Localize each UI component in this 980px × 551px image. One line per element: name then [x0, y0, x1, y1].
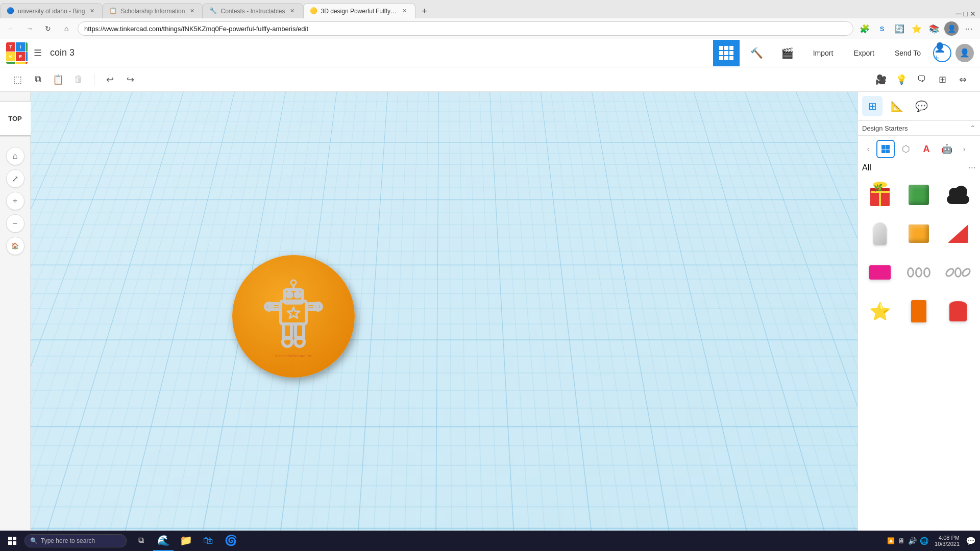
- text-a-icon: A: [923, 144, 930, 155]
- shape-magenta-box[interactable]: [862, 255, 898, 290]
- shape-chain-2[interactable]: [940, 255, 976, 290]
- home-button[interactable]: ⌂: [59, 21, 74, 36]
- paste-button[interactable]: 📋: [49, 70, 67, 89]
- volume-icon[interactable]: 🔊: [908, 537, 917, 545]
- tab-close-btn[interactable]: ✕: [188, 7, 196, 15]
- user-avatar[interactable]: 👤: [955, 44, 974, 62]
- forward-button[interactable]: →: [22, 21, 37, 36]
- file-explorer-app[interactable]: 📁: [176, 531, 196, 551]
- tab-close-btn[interactable]: ✕: [288, 7, 297, 15]
- camera-icon-btn[interactable]: 🎥: [872, 70, 890, 89]
- extensions-icon[interactable]: 🧩: [857, 21, 872, 36]
- light-icon-btn[interactable]: 💡: [892, 70, 911, 89]
- maximize-btn[interactable]: □: [964, 10, 968, 18]
- shape-cloud-dark[interactable]: [940, 177, 976, 213]
- category-text-button[interactable]: A: [917, 140, 936, 158]
- red-wedge-img: [946, 221, 970, 246]
- tray-chevron-icon[interactable]: 🔼: [887, 537, 895, 544]
- ruler-panel-button[interactable]: 📐: [887, 96, 907, 116]
- shape-orange-prism[interactable]: [901, 293, 937, 329]
- film-button[interactable]: 🎬: [774, 40, 801, 66]
- perspective-button[interactable]: 🏠: [6, 237, 24, 255]
- category-next-button[interactable]: ›: [958, 143, 970, 155]
- notes-panel-button[interactable]: 💬: [911, 96, 932, 116]
- edge-browser-app[interactable]: 🌊: [153, 531, 174, 551]
- store-app[interactable]: 🛍: [198, 531, 218, 551]
- tab-tinkercad[interactable]: 🟡 3D design Powerful Fulffy-Ambe... ✕: [303, 3, 415, 18]
- more-icon[interactable]: ···: [962, 21, 976, 36]
- logo-d: D: [26, 62, 28, 64]
- tab-label: 3D design Powerful Fulffy-Ambe...: [321, 8, 398, 15]
- tab-close-btn[interactable]: ✕: [401, 7, 409, 15]
- shape-cube-green[interactable]: [901, 177, 937, 213]
- back-button[interactable]: ←: [4, 21, 18, 36]
- hamburger-menu-icon[interactable]: ☰: [34, 47, 42, 59]
- notes-icon-btn[interactable]: 🗨: [913, 70, 931, 89]
- zoom-fit-button[interactable]: ⤢: [6, 169, 24, 188]
- copy-button[interactable]: ⧉: [29, 70, 47, 89]
- favorites-icon[interactable]: ⭐: [910, 21, 924, 36]
- tab-close-btn[interactable]: ✕: [88, 7, 96, 15]
- mirror-icon-btn[interactable]: ⇔: [953, 70, 972, 89]
- zoom-out-button[interactable]: −: [6, 214, 24, 233]
- home-view-button[interactable]: ⌂: [6, 147, 24, 165]
- export-button[interactable]: Export: [845, 44, 882, 62]
- shapes-panel-button[interactable]: ⊞: [862, 96, 883, 116]
- tab-bing[interactable]: 🔵 university of idaho - Bing ✕: [0, 3, 103, 18]
- redo-button[interactable]: ↪: [121, 70, 139, 89]
- shape-chain-1[interactable]: [901, 255, 937, 290]
- zoom-in-button[interactable]: +: [6, 192, 24, 210]
- network-icon[interactable]: 🌐: [920, 537, 928, 545]
- monitor-icon[interactable]: 🖥: [898, 537, 905, 545]
- profile-avatar[interactable]: 👤: [944, 21, 959, 36]
- coin-object[interactable]: instructables.me inc: [232, 255, 355, 388]
- tab-scholarship[interactable]: 📋 Scholarship Information ✕: [103, 3, 203, 18]
- grid-view-button[interactable]: [713, 40, 740, 66]
- svg-marker-5: [287, 307, 300, 318]
- shape-gold-box[interactable]: [901, 216, 937, 252]
- browser2-app[interactable]: 🌀: [220, 531, 241, 551]
- align-icon-btn[interactable]: ⊞: [933, 70, 951, 89]
- shape-red-wedge[interactable]: [940, 216, 976, 252]
- logo-k: K: [6, 52, 15, 61]
- sync-icon[interactable]: 🔄: [892, 21, 906, 36]
- canvas-area[interactable]: instructables.me inc Edit Grid Snap Grid…: [31, 92, 857, 551]
- shape-star[interactable]: ⭐: [862, 293, 898, 329]
- design-starters-dropdown[interactable]: Design Starters ⌃: [858, 121, 980, 136]
- collections-icon[interactable]: 📚: [927, 21, 941, 36]
- taskbar-search-bar[interactable]: 🔍 Type here to search: [24, 534, 127, 547]
- shape-gift[interactable]: 🌿: [862, 177, 898, 213]
- grid-icon: [719, 46, 733, 60]
- category-grid-button[interactable]: [876, 140, 895, 158]
- header-right: 🔨 🎬 Import Export Send To 👤+ 👤: [713, 40, 974, 66]
- group-button[interactable]: ⬚: [8, 70, 27, 89]
- task-view-button[interactable]: ⧉: [131, 531, 151, 551]
- tab-instructables[interactable]: 🔧 Contests - Instructables ✕: [203, 3, 303, 18]
- project-name[interactable]: coin 3: [50, 47, 707, 58]
- delete-button[interactable]: 🗑: [69, 70, 88, 89]
- shapes-more-icon[interactable]: ···: [968, 162, 976, 173]
- category-prev-button[interactable]: ‹: [862, 143, 874, 155]
- shape-red-cylinder[interactable]: [940, 293, 976, 329]
- start-button[interactable]: [0, 531, 24, 551]
- import-button[interactable]: Import: [805, 44, 842, 62]
- category-robot-button[interactable]: 🤖: [938, 140, 956, 158]
- refresh-button[interactable]: ↻: [41, 21, 55, 36]
- tc-logo: T I N K E R C A D: [6, 42, 28, 64]
- category-hex-button[interactable]: ⬡: [897, 140, 915, 158]
- notification-icon[interactable]: 💬: [966, 536, 976, 546]
- copy-icon: ⧉: [35, 74, 41, 85]
- add-user-button[interactable]: 👤+: [933, 44, 951, 62]
- robot-design: instructables.me inc: [248, 270, 339, 362]
- undo-button[interactable]: ↩: [101, 70, 119, 89]
- send-to-button[interactable]: Send To: [887, 44, 929, 62]
- address-bar[interactable]: https://www.tinkercad.com/things/fNK5KZm…: [78, 21, 853, 36]
- taskbar-clock[interactable]: 4:08 PM 10/3/2021: [930, 535, 964, 547]
- minimize-btn[interactable]: ─: [955, 9, 961, 18]
- profile-s-icon[interactable]: S: [875, 21, 889, 36]
- view-cube[interactable]: TOP: [0, 101, 33, 136]
- close-btn[interactable]: ✕: [970, 10, 976, 18]
- new-tab-button[interactable]: +: [418, 4, 432, 18]
- hammer-view-button[interactable]: 🔨: [744, 40, 770, 66]
- shape-cylinder-white[interactable]: [862, 216, 898, 252]
